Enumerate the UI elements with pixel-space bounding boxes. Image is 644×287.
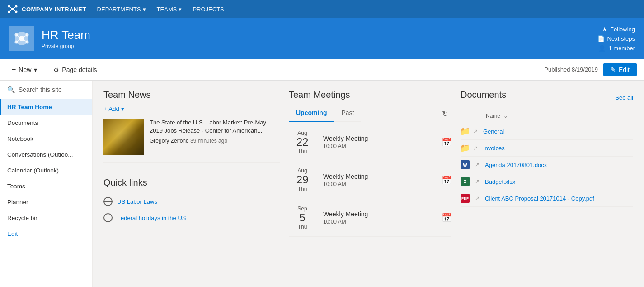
documents-section: Documents See all Name ⌄ 📁 ↗ General <box>461 90 633 278</box>
sidebar-item-notebook[interactable]: Notebook <box>0 131 92 147</box>
add-news-button[interactable]: + Add ▾ <box>103 105 124 112</box>
search-this-site[interactable]: 🔍 Search this site <box>0 81 92 99</box>
globe-icon <box>103 197 113 206</box>
meeting-title: Weekly Meeting <box>323 135 442 142</box>
meeting-date: Aug 29 Thu <box>289 167 316 192</box>
calendar-icon: 📅 <box>442 175 451 185</box>
meeting-row: Aug 22 Thu Weekly Meeting 10:00 AM 📅 <box>289 124 451 161</box>
meeting-day: 29 <box>289 174 316 186</box>
docs-col-header: Name ⌄ <box>461 111 633 123</box>
network-icon <box>7 4 18 14</box>
sidebar-item-teams[interactable]: Teams <box>0 178 92 194</box>
svg-line-7 <box>9 9 13 12</box>
plus-icon: + <box>103 105 107 112</box>
documents-title: Documents <box>461 90 506 100</box>
doc-type-icon: 📁 <box>461 127 470 136</box>
next-steps-icon: 📄 <box>597 35 605 42</box>
doc-name-general[interactable]: General <box>483 128 633 135</box>
calendar-icon: 📅 <box>442 137 451 147</box>
meeting-dow: Thu <box>289 224 316 230</box>
person-icon: 👤 <box>598 45 606 52</box>
calendar-icon: 📅 <box>442 213 451 223</box>
meeting-title: Weekly Meeting <box>323 173 442 180</box>
doc-name-agenda[interactable]: Agenda 20170801.docx <box>485 162 633 168</box>
doc-type-icon: 📁 <box>461 144 470 153</box>
edit-button[interactable]: ✎ Edit <box>603 63 637 76</box>
search-placeholder-text: Search this site <box>19 86 62 93</box>
meeting-info: Weekly Meeting 10:00 AM <box>323 210 442 225</box>
meeting-month: Aug <box>289 167 316 174</box>
quick-link-federal-holidays[interactable]: Federal holidays in the US <box>103 210 280 226</box>
sidebar-item-conversations[interactable]: Conversations (Outloo... <box>0 147 92 163</box>
doc-name-proposal[interactable]: Client ABC Proposal 20171014 - Copy.pdf <box>485 195 633 202</box>
tab-past[interactable]: Past <box>334 105 361 122</box>
doc-row-invoices: 📁 ↗ Invoices <box>461 140 633 157</box>
site-logo-area[interactable]: COMPANY INTRANET <box>7 4 86 14</box>
following-button[interactable]: ★ Following <box>602 26 635 33</box>
svg-line-8 <box>13 9 16 12</box>
news-body: The State of the U.S. Labor Market: Pre-… <box>150 119 280 155</box>
star-icon: ★ <box>602 26 607 33</box>
see-all-link[interactable]: See all <box>615 94 633 101</box>
new-button[interactable]: + New ▾ <box>7 63 42 77</box>
svg-line-5 <box>9 6 13 9</box>
member-count[interactable]: 👤 1 member <box>598 45 635 52</box>
meeting-info: Weekly Meeting 10:00 AM <box>323 173 442 187</box>
sidebar-item-recycle-bin[interactable]: Recycle bin <box>0 210 92 226</box>
meeting-row: Sep 5 Thu Weekly Meeting 10:00 AM 📅 <box>289 199 451 237</box>
meeting-time: 10:00 AM <box>323 143 442 149</box>
doc-share-icon: ↗ <box>473 128 478 134</box>
news-title[interactable]: The State of the U.S. Labor Market: Pre-… <box>150 119 280 135</box>
search-icon: 🔍 <box>7 86 15 93</box>
refresh-button[interactable]: ↻ <box>438 108 451 120</box>
quick-link-label: Federal holidays in the US <box>117 215 186 221</box>
meeting-day: 5 <box>289 212 316 224</box>
toolbar-right: Published 8/19/2019 ✎ Edit <box>544 63 637 76</box>
next-steps-button[interactable]: 📄 Next steps <box>597 35 635 42</box>
meetings-header: Upcoming Past ↻ <box>289 105 451 122</box>
published-status: Published 8/19/2019 <box>544 66 598 73</box>
meeting-dow: Thu <box>289 148 316 154</box>
toolbar: + New ▾ ⚙ Page details Published 8/19/20… <box>0 59 644 81</box>
folder-icon: 📁 <box>460 126 470 136</box>
doc-row-budget: X ↗ Budget.xlsx <box>461 173 633 190</box>
sidebar: 🔍 Search this site HR Team Home Document… <box>0 81 93 287</box>
site-header-left: HR Team Private group <box>9 26 90 51</box>
sidebar-item-hr-team-home[interactable]: HR Team Home <box>0 99 92 115</box>
news-time: 39 minutes ago <box>190 138 227 144</box>
sort-icon: ⌄ <box>503 113 508 119</box>
hr-team-logo <box>9 26 34 51</box>
page-details-label: Page details <box>62 66 97 73</box>
pencil-icon: ✎ <box>611 66 616 73</box>
doc-name-invoices[interactable]: Invoices <box>483 145 633 152</box>
tab-upcoming[interactable]: Upcoming <box>289 105 334 122</box>
meeting-date: Aug 22 Thu <box>289 130 316 154</box>
doc-row-agenda: W ↗ Agenda 20170801.docx <box>461 157 633 173</box>
meeting-title: Weekly Meeting <box>323 210 442 218</box>
page-details-button[interactable]: ⚙ Page details <box>49 63 101 76</box>
meeting-day: 22 <box>289 136 316 148</box>
quick-links-title: Quick links <box>103 177 280 188</box>
sidebar-item-documents[interactable]: Documents <box>0 115 92 131</box>
sidebar-item-planner[interactable]: Planner <box>0 194 92 210</box>
news-author: Gregory Zelfond <box>150 138 189 144</box>
team-news-title: Team News <box>103 90 280 100</box>
hr-logo-svg <box>13 29 31 48</box>
sidebar-item-calendar[interactable]: Calendar (Outlook) <box>0 163 92 178</box>
toolbar-left: + New ▾ ⚙ Page details <box>7 63 101 77</box>
nav-departments[interactable]: DEPARTMENTS ▾ <box>97 6 146 13</box>
svg-line-6 <box>13 6 16 9</box>
quick-link-us-labor-laws[interactable]: US Labor Laws <box>103 193 280 210</box>
meeting-month: Sep <box>289 206 316 212</box>
site-title: HR Team <box>42 28 90 42</box>
excel-icon: X <box>461 177 470 186</box>
doc-share-icon: ↗ <box>475 162 479 168</box>
following-label: Following <box>610 26 635 33</box>
section-divider <box>103 170 280 170</box>
sidebar-item-edit[interactable]: Edit <box>0 226 92 242</box>
nav-projects[interactable]: PROJECTS <box>193 6 224 13</box>
nav-teams[interactable]: TEAMS ▾ <box>157 6 182 13</box>
doc-name-budget[interactable]: Budget.xlsx <box>485 178 633 185</box>
doc-row-general: 📁 ↗ General <box>461 123 633 140</box>
add-label: Add <box>109 105 119 112</box>
